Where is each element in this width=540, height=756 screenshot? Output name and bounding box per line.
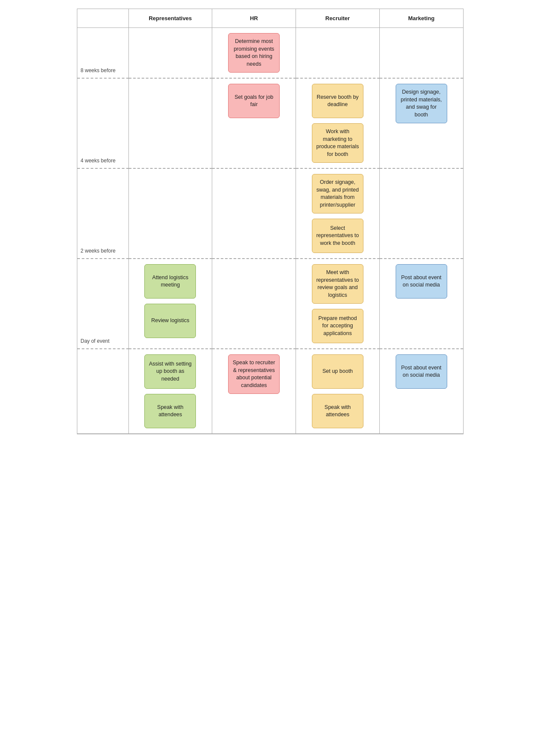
section-label-day-of: Day of event [77,259,129,349]
card-2-weeks-recruiter-1: Select representatives to work the booth [312,219,363,253]
card-day-of-representatives-1: Review logistics [144,304,196,338]
section-label-8-weeks: 8 weeks before [77,28,129,79]
section-label-4-weeks: 4 weeks before [77,79,129,169]
card-8-weeks-hr-0: Determine most promising events based on… [228,33,280,73]
section-label-event [77,349,129,433]
col-header-hr: HR [212,9,296,28]
cell-day-of-representatives: Attend logistics meetingReview logistics [129,259,213,349]
section-4-weeks: 4 weeks beforeSet goals for job fairRese… [77,79,463,169]
cell-8-weeks-marketing [380,28,463,79]
cell-4-weeks-hr: Set goals for job fair [212,79,296,169]
cell-event-hr: Speak to recruiter & representatives abo… [212,349,296,433]
card-day-of-recruiter-0: Meet with representatives to review goal… [312,264,363,304]
cell-2-weeks-recruiter: Order signage, swag, and printed materia… [296,169,380,259]
cell-event-representatives: Assist with setting up booth as neededSp… [129,349,213,433]
card-4-weeks-marketing-0: Design signage, printed materials, and s… [396,84,447,123]
header-row: Representatives HR Recruiter Marketing [77,9,463,28]
cell-day-of-hr [212,259,296,349]
card-day-of-recruiter-1: Prepare method for accepting application… [312,309,363,343]
section-label-2-weeks: 2 weeks before [77,169,129,259]
cell-8-weeks-representatives [129,28,213,79]
card-day-of-representatives-0: Attend logistics meeting [144,264,196,299]
section-8-weeks: 8 weeks beforeDetermine most promising e… [77,28,463,79]
card-event-representatives-1: Speak with attendees [144,394,196,428]
label-header [77,9,129,28]
card-event-hr-0: Speak to recruiter & representatives abo… [228,354,280,394]
cell-event-marketing: Post about event on social media [380,349,463,433]
cell-4-weeks-recruiter: Reserve booth by deadlineWork with marke… [296,79,380,169]
cell-4-weeks-representatives [129,79,213,169]
section-event: Assist with setting up booth as neededSp… [77,349,463,434]
card-4-weeks-recruiter-1: Work with marketing to produce materials… [312,123,363,163]
cell-2-weeks-hr [212,169,296,259]
cell-8-weeks-hr: Determine most promising events based on… [212,28,296,79]
col-header-representatives: Representatives [129,9,213,28]
card-event-marketing-0: Post about event on social media [396,354,447,389]
card-event-representatives-0: Assist with setting up booth as needed [144,354,196,389]
card-2-weeks-recruiter-0: Order signage, swag, and printed materia… [312,174,363,213]
col-header-recruiter: Recruiter [296,9,380,28]
cell-2-weeks-marketing [380,169,463,259]
cell-day-of-marketing: Post about event on social media [380,259,463,349]
cell-8-weeks-recruiter [296,28,380,79]
card-event-recruiter-1: Speak with attendees [312,394,363,428]
cell-day-of-recruiter: Meet with representatives to review goal… [296,259,380,349]
card-4-weeks-recruiter-0: Reserve booth by deadline [312,84,363,118]
cell-2-weeks-representatives [129,169,213,259]
cell-event-recruiter: Set up boothSpeak with attendees [296,349,380,433]
card-event-recruiter-0: Set up booth [312,354,363,389]
card-4-weeks-hr-0: Set goals for job fair [228,84,280,118]
section-day-of: Day of eventAttend logistics meetingRevi… [77,259,463,349]
diagram: Representatives HR Recruiter Marketing 8… [77,9,464,434]
section-2-weeks: 2 weeks beforeOrder signage, swag, and p… [77,169,463,259]
sections-container: 8 weeks beforeDetermine most promising e… [77,28,463,434]
col-header-marketing: Marketing [380,9,463,28]
cell-4-weeks-marketing: Design signage, printed materials, and s… [380,79,463,169]
card-day-of-marketing-0: Post about event on social media [396,264,447,299]
